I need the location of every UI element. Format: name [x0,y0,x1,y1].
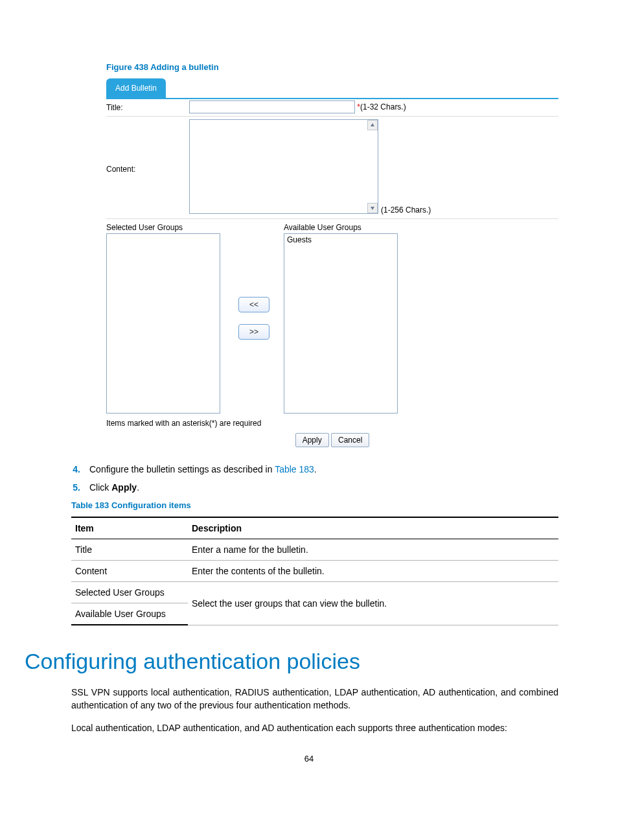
available-groups-column: Available User Groups Guests [284,223,402,414]
cell-desc: Enter a name for the bulletin. [188,539,558,561]
row-content: Content: (1-256 Chars.) [106,117,558,219]
cancel-button[interactable]: Cancel [331,433,369,447]
figure-caption: Figure 438 Adding a bulletin [106,62,558,72]
table-row: Content Enter the contents of the bullet… [71,561,558,582]
available-groups-label: Available User Groups [284,223,402,232]
step-text: Configure the bulletin settings as descr… [89,464,275,474]
cell-desc: Select the user groups that can view the… [188,582,558,625]
apply-button[interactable]: Apply [295,433,329,447]
step-5: 5. Click Apply. [71,482,558,493]
title-hint: (1-32 Chars.) [360,102,406,111]
table-row: Title Enter a name for the bulletin. [71,539,558,561]
title-field-wrap: *(1-32 Chars.) [189,100,406,113]
cell-desc: Enter the contents of the bulletin. [188,561,558,582]
step-text: . [137,482,139,493]
tab-row: Add Bulletin [106,77,558,98]
row-groups: Selected User Groups << >> Available Use… [106,219,558,416]
button-bar: Apply Cancel [106,432,558,450]
content-field-wrap [189,119,378,216]
cell-item: Selected User Groups [71,582,188,603]
cell-item: Content [71,561,188,582]
title-label: Title: [106,100,189,112]
list-item[interactable]: Guests [286,235,396,244]
title-input[interactable] [189,100,355,113]
step-text: . [314,464,317,474]
table-183-link[interactable]: Table 183 [275,464,314,474]
cell-item: Title [71,539,188,561]
table-header-description: Description [188,517,558,539]
move-right-button[interactable]: >> [238,324,269,340]
step-body: Click Apply. [89,482,558,493]
available-groups-listbox[interactable]: Guests [284,233,398,414]
step-text: Click [89,482,111,493]
section-heading: Configuring authentication policies [25,649,558,674]
paragraph: Local authentication, LDAP authenticatio… [71,721,558,734]
cell-item: Available User Groups [71,603,188,625]
move-buttons-column: << >> [224,223,284,414]
tab-add-bulletin[interactable]: Add Bulletin [106,78,166,98]
selected-groups-listbox[interactable] [106,233,220,414]
required-note: Items marked with an asterisk(*) are req… [106,416,558,432]
selected-groups-column: Selected User Groups [106,223,224,414]
table-header-item: Item [71,517,188,539]
apply-bold: Apply [111,482,137,493]
step-number: 4. [71,464,89,474]
paragraph: SSL VPN supports local authentication, R… [71,686,558,712]
add-bulletin-form: Add Bulletin Title: *(1-32 Chars.) Conte… [106,77,558,450]
step-4: 4. Configure the bulletin settings as de… [71,464,558,474]
content-textarea[interactable] [189,119,378,214]
content-hint: (1-256 Chars.) [381,205,431,215]
selected-groups-label: Selected User Groups [106,223,224,232]
tab-underline [106,98,558,99]
content-label: Content: [106,162,189,174]
table-caption: Table 183 Configuration items [71,500,558,510]
row-title: Title: *(1-32 Chars.) [106,98,558,117]
config-items-table: Item Description Title Enter a name for … [71,517,558,625]
step-number: 5. [71,482,89,493]
steps-list: 4. Configure the bulletin settings as de… [71,464,558,493]
page-number: 64 [60,754,558,764]
table-row: Selected User Groups Select the user gro… [71,582,558,603]
step-body: Configure the bulletin settings as descr… [89,464,558,474]
move-left-button[interactable]: << [238,297,269,312]
